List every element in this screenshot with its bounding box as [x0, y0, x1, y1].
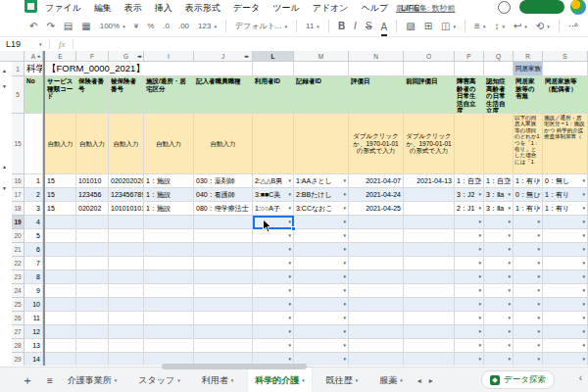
cell-P25[interactable]: ▼: [455, 298, 484, 312]
row-header-19[interactable]: 19: [12, 216, 24, 229]
cell-R16[interactable]: 1：有り▼: [514, 174, 543, 188]
cell-E29[interactable]: [45, 353, 76, 366]
cell-J19[interactable]: [194, 216, 253, 229]
cell-dropdown-icon[interactable]: ▼: [508, 192, 512, 197]
cell-M21[interactable]: ▼: [294, 243, 349, 257]
cell-N28[interactable]: [349, 339, 404, 353]
cell-E23[interactable]: [45, 270, 76, 284]
cell-dropdown-icon[interactable]: ▼: [537, 357, 541, 362]
cell-F25[interactable]: [76, 298, 109, 312]
menu-item-8[interactable]: ヘルプ: [362, 2, 389, 15]
cell-P29[interactable]: ▼: [455, 353, 484, 366]
name-box-caret-icon[interactable]: ▾: [39, 37, 42, 51]
menu-item-3[interactable]: 挿入: [155, 2, 172, 15]
cell-dropdown-icon[interactable]: ▼: [478, 261, 482, 266]
cell-dropdown-icon[interactable]: ▼: [537, 206, 541, 211]
avatar[interactable]: [570, 0, 586, 15]
menu-item-7[interactable]: アドオン: [313, 2, 349, 15]
merge-cells-button[interactable]: ◫: [441, 16, 450, 37]
cell-J25[interactable]: [194, 298, 253, 312]
cell-J22[interactable]: [194, 257, 253, 270]
borders-button[interactable]: ⊞: [424, 16, 432, 37]
cell-P16[interactable]: 1：自立▼: [455, 174, 484, 188]
cell-Q17[interactable]: 3：Ⅱa▼: [484, 188, 514, 202]
cell-O22[interactable]: [404, 257, 455, 270]
cell-J20[interactable]: [194, 229, 253, 243]
cell-dropdown-icon[interactable]: ▼: [537, 178, 541, 183]
cell-P17[interactable]: 3：J2▼: [455, 188, 484, 202]
cell-J21[interactable]: [194, 243, 253, 257]
cell-S29[interactable]: ▼: [543, 353, 588, 366]
cell-F28[interactable]: [76, 339, 109, 353]
cell-R22[interactable]: ▼: [514, 257, 543, 270]
cell-dropdown-icon[interactable]: ▼: [478, 357, 482, 362]
cell-dropdown-icon[interactable]: ▼: [343, 220, 347, 224]
cell-Q16[interactable]: 1：自立▼: [484, 174, 514, 188]
cell-A27[interactable]: 12: [24, 325, 43, 339]
cell-Q21[interactable]: ▼: [484, 243, 514, 257]
cell-I23[interactable]: [144, 270, 194, 284]
cell-dropdown-icon[interactable]: ▼: [537, 274, 541, 279]
cell-S27[interactable]: ▼: [543, 325, 588, 339]
cell-R24[interactable]: ▼: [514, 284, 543, 298]
add-sheet-button[interactable]: ＋: [22, 372, 33, 389]
cell-dropdown-icon[interactable]: ▼: [288, 233, 292, 238]
cell-dropdown-icon[interactable]: ▼: [343, 192, 347, 197]
cell-G24[interactable]: [109, 284, 144, 298]
cell-dropdown-icon[interactable]: ▼: [582, 247, 586, 252]
cell-dropdown-icon[interactable]: ▼: [508, 233, 512, 238]
cell-O24[interactable]: [404, 284, 455, 298]
cell-R23[interactable]: ▼: [514, 270, 543, 284]
cell-A16[interactable]: 1: [24, 174, 43, 188]
menu-item-1[interactable]: 編集: [94, 2, 112, 15]
cell-dropdown-icon[interactable]: ▼: [288, 274, 292, 279]
cell-N29[interactable]: [349, 353, 404, 366]
cell-P1[interactable]: [455, 62, 484, 76]
cell-E20[interactable]: [45, 229, 76, 243]
cell-O26[interactable]: [404, 312, 455, 325]
horizontal-align-caret-icon[interactable]: ▾: [483, 16, 486, 37]
cell-dropdown-icon[interactable]: ▼: [537, 316, 541, 320]
cell-M16[interactable]: 1:AAさとし▼: [294, 174, 349, 188]
print-icon[interactable]: ▤: [64, 16, 73, 37]
cell-J17[interactable]: 040：看護師: [194, 188, 253, 202]
cell-I19[interactable]: [144, 216, 194, 229]
cell-O29[interactable]: [404, 353, 455, 366]
vertical-align-caret-icon[interactable]: ▾: [502, 16, 505, 37]
cell-dropdown-icon[interactable]: ▼: [288, 192, 292, 197]
cell-E28[interactable]: [45, 339, 76, 353]
cell-dropdown-icon[interactable]: ▼: [508, 220, 512, 224]
cell-S20[interactable]: ▼: [543, 229, 588, 243]
cell-E17[interactable]: 15: [45, 188, 76, 202]
cell-I27[interactable]: [144, 325, 194, 339]
cell-P28[interactable]: ▼: [455, 339, 484, 353]
cell-P27[interactable]: ▼: [455, 325, 484, 339]
cell-I21[interactable]: [144, 243, 194, 257]
cell-R19[interactable]: ▼: [514, 216, 543, 229]
row-header-17[interactable]: 17: [12, 188, 24, 202]
cell-G27[interactable]: [109, 325, 144, 339]
cell-Q20[interactable]: ▼: [484, 229, 514, 243]
cell-dropdown-icon[interactable]: ▼: [508, 329, 512, 334]
cell-S21[interactable]: ▼: [543, 243, 588, 257]
cell-O23[interactable]: [404, 270, 455, 284]
font-select[interactable]: デフォルト...: [235, 16, 282, 37]
cell-I16[interactable]: 1：施設: [144, 174, 194, 188]
cell-dropdown-icon[interactable]: ▼: [582, 178, 586, 183]
cell-dropdown-icon[interactable]: ▼: [537, 302, 541, 307]
cell-dropdown-icon[interactable]: ▼: [537, 261, 541, 266]
name-box[interactable]: L19: [6, 37, 21, 51]
cell-A21[interactable]: 6: [24, 243, 43, 257]
row-header-5[interactable]: 5: [12, 76, 24, 114]
cell-S19[interactable]: ▼: [543, 216, 588, 229]
cell-I5[interactable]: 施設/通所・居宅区分: [144, 76, 194, 114]
cell-S18[interactable]: 1：有り▼: [543, 202, 588, 216]
cell-Q26[interactable]: ▼: [484, 312, 514, 325]
cell-A17[interactable]: 2: [24, 188, 43, 202]
cell-F20[interactable]: [76, 229, 109, 243]
cell-O21[interactable]: [404, 243, 455, 257]
cell-I18[interactable]: 1：施設: [144, 202, 194, 216]
cell-F27[interactable]: [76, 325, 109, 339]
cell-dropdown-icon[interactable]: ▼: [478, 343, 482, 348]
cell-dropdown-icon[interactable]: ▼: [582, 206, 586, 211]
